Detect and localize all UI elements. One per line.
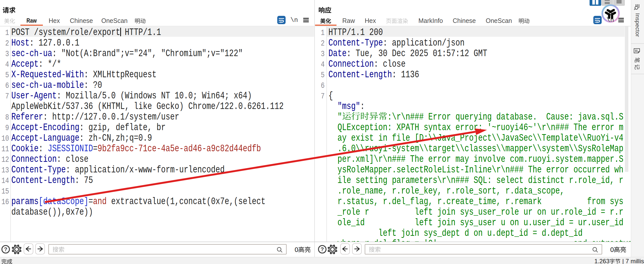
svg-text:?: ? [321,246,324,252]
svg-text:?: ? [4,246,7,252]
